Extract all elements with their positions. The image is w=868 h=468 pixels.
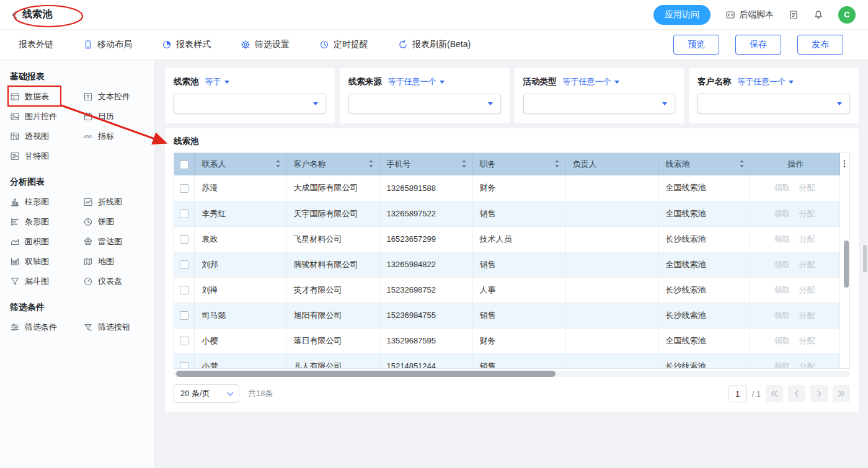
next-page-button[interactable] (810, 385, 828, 402)
sidebar-item-datasheet[interactable]: 数据表 (10, 91, 83, 102)
filter-operator[interactable]: 等于任意一个 (388, 76, 445, 87)
sidebar-item-bar-chart[interactable]: 条形图 (10, 216, 83, 227)
table-row-6[interactable]: 小樱落日有限公司13529687595财务全国线索池领取分配 (174, 328, 839, 353)
table-row-4[interactable]: 刘禅英才有限公司15232698752人事长沙线索池领取分配 (174, 277, 839, 302)
sort-icon[interactable] (275, 159, 281, 170)
claim-action[interactable]: 领取 (774, 209, 790, 218)
column-header-2: 客户名称 (286, 153, 379, 175)
sort-icon[interactable] (461, 159, 467, 170)
claim-action[interactable]: 领取 (774, 285, 790, 294)
toolbar-item-1[interactable]: 移动布局 (83, 39, 132, 50)
filter-operator[interactable]: 等于任意一个 (563, 76, 619, 87)
claim-action[interactable]: 领取 (774, 183, 790, 192)
row-checkbox[interactable] (180, 362, 188, 368)
table-header: 联系人客户名称手机号职务负责人线索池操作 (174, 153, 840, 175)
row-checkbox[interactable] (180, 184, 188, 193)
sidebar-item-column-chart[interactable]: 柱形图 (10, 196, 83, 208)
sidebar-item-dual-axis-chart[interactable]: 双轴图 (10, 256, 83, 267)
sidebar-group-title: 基础报表 (10, 71, 147, 82)
sidebar-item-gantt[interactable]: 甘特图 (10, 151, 83, 162)
toolbar-item-2[interactable]: 报表样式 (162, 39, 211, 50)
sidebar-item-pie-chart[interactable]: 饼图 (83, 216, 147, 227)
filter-value-select[interactable] (348, 94, 501, 113)
vertical-scrollbar[interactable] (844, 176, 849, 368)
table-row-1[interactable]: 李秀红天宇国际有限公司13265897522销售全国线索池领取分配 (174, 201, 839, 226)
sidebar-item-map-chart[interactable]: 地图 (83, 256, 147, 267)
column-header-5: 负责人 (565, 153, 658, 175)
total-count: 共18条 (248, 388, 273, 399)
sidebar-item-calendar[interactable]: 日历 (83, 111, 147, 122)
publish-button[interactable]: 发布 (797, 35, 843, 55)
first-page-button[interactable] (766, 385, 783, 402)
table-row-2[interactable]: 袁政飞星材料公司16523657299技术人员长沙线索池领取分配 (174, 226, 839, 252)
toolbar-item-3[interactable]: 筛选设置 (241, 39, 290, 50)
row-checkbox[interactable] (180, 210, 188, 218)
sidebar-item-indicator[interactable]: 450指标 (83, 131, 147, 142)
sidebar-item-filter-condition[interactable]: 筛选条件 (10, 322, 83, 333)
claim-action[interactable]: 领取 (774, 234, 790, 244)
row-checkbox[interactable] (180, 286, 188, 294)
filter-value-select[interactable] (523, 94, 676, 113)
toolbar-item-4[interactable]: 定时提醒 (319, 39, 368, 50)
filter-operator[interactable]: 等于任意一个 (737, 76, 794, 87)
assign-action[interactable]: 分配 (799, 336, 815, 345)
sort-icon[interactable] (739, 159, 745, 170)
assign-action[interactable]: 分配 (799, 311, 815, 320)
row-checkbox[interactable] (180, 235, 188, 244)
preview-button[interactable]: 预览 (673, 35, 719, 55)
assign-action[interactable]: 分配 (799, 260, 815, 269)
sidebar-item-pivot-view[interactable]: 透视图 (10, 131, 83, 142)
document-icon[interactable] (789, 10, 799, 20)
backend-script-button[interactable]: 后端脚本 (725, 9, 774, 20)
claim-action[interactable]: 领取 (774, 260, 790, 269)
toolbar-item-0[interactable]: 报表外链 (19, 39, 53, 50)
column-settings-icon[interactable] (839, 159, 849, 170)
app-access-button[interactable]: 应用访问 (653, 5, 711, 25)
back-button[interactable] (10, 10, 20, 20)
sidebar-item-gauge-chart[interactable]: 仪表盘 (83, 276, 147, 287)
cell-owner (565, 277, 658, 302)
sort-icon[interactable] (368, 159, 374, 170)
assign-action[interactable]: 分配 (799, 285, 815, 294)
filter-value-select[interactable] (698, 94, 850, 113)
claim-action[interactable]: 领取 (774, 361, 790, 369)
sidebar-item-text-widget[interactable]: 文本控件 (83, 91, 147, 102)
filter-operator[interactable]: 等于 (205, 76, 229, 87)
assign-action[interactable]: 分配 (799, 183, 815, 192)
horizontal-scrollbar-thumb[interactable] (176, 371, 556, 377)
window-scrollbar-thumb[interactable] (863, 245, 867, 272)
bell-icon[interactable] (813, 10, 823, 20)
vertical-scrollbar-thumb[interactable] (844, 241, 849, 288)
sidebar-item-image-widget[interactable]: 图片控件 (10, 111, 83, 122)
row-checkbox[interactable] (180, 311, 188, 320)
select-all-checkbox[interactable] (180, 161, 188, 169)
claim-action[interactable]: 领取 (774, 336, 790, 345)
row-checkbox[interactable] (180, 260, 188, 269)
sidebar-item-radar-chart[interactable]: 雷达图 (83, 236, 147, 247)
claim-action[interactable]: 领取 (774, 311, 790, 320)
last-page-button[interactable] (833, 385, 850, 402)
cell-company: 大成国际有限公司 (286, 175, 379, 201)
cell-job: 财务 (472, 175, 565, 201)
user-avatar[interactable]: C (838, 6, 856, 24)
prev-page-button[interactable] (788, 385, 805, 402)
filter-value-select[interactable] (174, 94, 326, 113)
table-row-5[interactable]: 司马懿旭阳有限公司15236984755销售长沙线索池领取分配 (174, 302, 839, 328)
table-row-7[interactable]: 小梦凡人有限公司15214851244销售长沙线索池领取分配 (174, 353, 839, 368)
sort-icon[interactable] (554, 159, 560, 170)
sidebar-item-area-chart[interactable]: 面积图 (10, 236, 83, 247)
horizontal-scrollbar[interactable] (174, 371, 850, 377)
assign-action[interactable]: 分配 (799, 361, 815, 369)
table-row-0[interactable]: 苏漫大成国际有限公司13265891588财务全国线索池领取分配 (174, 175, 839, 201)
row-checkbox[interactable] (180, 337, 188, 345)
sidebar-item-line-chart[interactable]: 折线图 (83, 196, 147, 208)
assign-action[interactable]: 分配 (799, 209, 815, 218)
page-input[interactable]: 1 (728, 385, 747, 402)
toolbar-item-5[interactable]: 报表刷新(Beta) (398, 39, 471, 50)
table-row-3[interactable]: 刘邦腾骏材料有限公司13265984822销售全国线索池领取分配 (174, 252, 839, 277)
page-size-select[interactable]: 20 条/页 (174, 384, 239, 403)
assign-action[interactable]: 分配 (799, 234, 815, 244)
sidebar-item-filter-button[interactable]: 筛选按钮 (83, 322, 147, 333)
sidebar-item-funnel-chart[interactable]: 漏斗图 (10, 276, 83, 287)
save-button[interactable]: 保存 (735, 35, 781, 55)
